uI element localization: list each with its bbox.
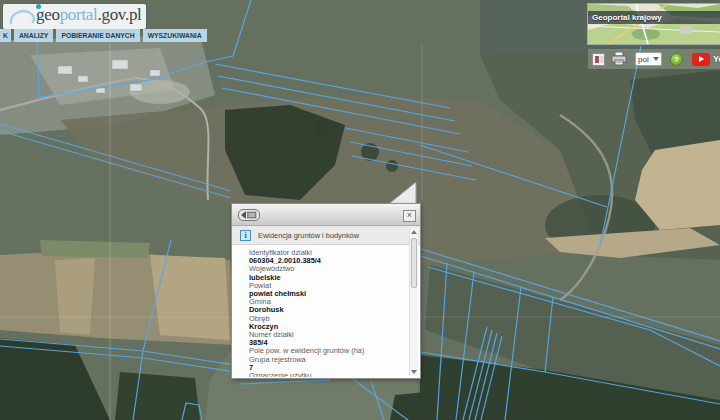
frame-icon[interactable] [592, 53, 605, 66]
popup-title: Ewidencja gruntów i budynków [258, 231, 359, 240]
minimap-image [588, 4, 720, 44]
popup-source-row: i Ewidencja gruntów i budynków [232, 226, 420, 245]
scroll-up-icon[interactable] [411, 230, 417, 234]
youtube-play-icon [692, 53, 710, 66]
menu-item-cut[interactable]: K [0, 29, 11, 42]
printer-icon[interactable] [611, 52, 627, 66]
popup-scrollbar[interactable] [409, 228, 418, 376]
logo-text: geoportal.gov.pl [36, 5, 142, 25]
logo-swirl-icon [7, 6, 37, 27]
field-value: powiat chełmski [249, 290, 409, 298]
popup-header[interactable]: × [232, 204, 420, 226]
youtube-label: YouTu [713, 54, 720, 64]
chevron-down-icon [653, 57, 659, 61]
help-icon[interactable]: ? [670, 53, 683, 66]
frame-icon-page [600, 56, 604, 63]
menu-item-analizy[interactable]: ANALIZY [14, 29, 53, 42]
field-label: Oznaczenie użytku [249, 372, 409, 377]
collapse-button[interactable] [238, 209, 260, 221]
youtube-link[interactable]: YouTu [692, 53, 720, 66]
language-value: pol [638, 55, 649, 64]
menu-item-wyszukiwania[interactable]: WYSZUKIWANIA [143, 29, 207, 42]
overview-minimap[interactable]: Geoportal krajowy [588, 4, 720, 44]
info-icon: i [240, 230, 251, 241]
minimap-title: Geoportal krajowy [588, 11, 720, 24]
language-select[interactable]: pol [635, 52, 662, 66]
field-value: Dorohusk [249, 306, 409, 314]
menu-item-pobieranie-danych[interactable]: POBIERANIE DANYCH [56, 29, 139, 42]
popup-fields: Identyfikator działki060304_2.0010.385/4… [232, 246, 409, 377]
scrollbar-thumb[interactable] [411, 238, 417, 288]
scroll-down-icon[interactable] [411, 370, 417, 374]
frame-icon-bar [595, 56, 599, 63]
collapse-arrow-icon [241, 211, 257, 219]
main-menu: K ANALIZY POBIERANIE DANYCH WYSZUKIWANIA [0, 29, 207, 42]
field-value: lubelskie [249, 274, 409, 282]
parcel-info-popup: × i Ewidencja gruntów i budynków Identyf… [231, 203, 421, 379]
geoportal-logo[interactable]: geoportal.gov.pl [3, 4, 146, 29]
field-label: Numer działki [249, 331, 409, 339]
map-toolbar: pol ? YouTu [588, 49, 720, 69]
logo-dot-icon [36, 4, 41, 9]
field-label: Grupa rejestrowa [249, 356, 409, 364]
close-icon[interactable]: × [403, 210, 416, 222]
